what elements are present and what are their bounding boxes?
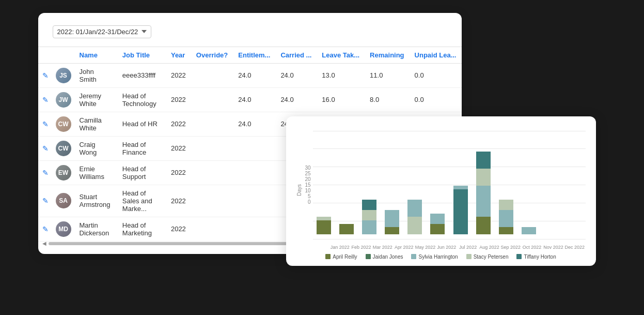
edit-cell[interactable]: ✎	[38, 160, 53, 185]
edit-icon[interactable]: ✎	[42, 144, 49, 153]
year-cell: 2022	[166, 136, 191, 160]
avatar-cell: SA	[53, 185, 74, 217]
avatar: SA	[56, 193, 71, 208]
year-select[interactable]: 2022: 01/Jan/22-31/Dec/22 2021: 01/Jan/2…	[53, 25, 151, 38]
edit-cell[interactable]: ✎	[38, 112, 53, 136]
bar-segment	[476, 152, 491, 169]
bar-stack	[339, 224, 354, 234]
col-entitlement: Entitlem...	[233, 47, 275, 63]
edit-icon[interactable]: ✎	[42, 197, 49, 205]
bar-segment	[522, 227, 536, 234]
bar-segment	[385, 227, 399, 234]
x-label: Jun 2022	[436, 245, 457, 250]
name-cell: Jeremy White	[74, 87, 117, 112]
legend-item: Jaidan Jones	[366, 254, 403, 260]
legend-label: Stacy Petersen	[474, 254, 509, 260]
avatar-cell: CW	[53, 112, 74, 136]
bar-group	[450, 131, 472, 234]
bar-segment	[407, 200, 422, 217]
bar-stack	[407, 200, 422, 234]
name-cell: Camilla White	[74, 112, 117, 136]
x-label: Oct 2022	[521, 245, 542, 250]
bar-group	[563, 131, 585, 234]
x-axis: Jan 2022Feb 2022Mar 2022Apr 2022May 2022…	[329, 245, 586, 250]
edit-cell[interactable]: ✎	[38, 63, 53, 87]
bar-segment	[476, 217, 491, 234]
legend-color	[466, 254, 472, 259]
bar-segment	[499, 210, 513, 227]
unpaid-cell: 0.0	[410, 87, 462, 112]
avatar: EW	[56, 165, 71, 181]
x-label: Dec 2022	[564, 245, 585, 250]
entitlement-cell: 24.0	[233, 112, 275, 136]
year-cell: 2022	[166, 217, 191, 241]
edit-cell[interactable]: ✎	[38, 87, 53, 112]
y-axis-label: Days	[296, 184, 302, 196]
year-cell: 2022	[166, 112, 191, 136]
bar-segment	[385, 210, 399, 227]
name-cell: Craig Wong	[74, 136, 117, 160]
entitlement-cell	[233, 217, 275, 241]
edit-icon[interactable]: ✎	[42, 96, 49, 104]
override-cell	[191, 112, 233, 136]
year-row: 2022: 01/Jan/22-31/Dec/22 2021: 01/Jan/2…	[49, 25, 451, 38]
edit-icon[interactable]: ✎	[42, 71, 49, 80]
avatar-cell: JW	[53, 87, 74, 112]
chart-body: Jan 2022Feb 2022Mar 2022Apr 2022May 2022…	[313, 131, 586, 250]
edit-icon[interactable]: ✎	[42, 225, 49, 233]
x-label: May 2022	[415, 245, 436, 250]
bar-stack	[385, 210, 399, 234]
bar-segment	[476, 169, 491, 186]
jobtitle-cell: Head of Support	[117, 160, 166, 185]
bar-segment	[430, 214, 445, 224]
bar-segment	[362, 220, 376, 234]
col-carried: Carried ...	[275, 47, 317, 63]
scroll-left-icon[interactable]: ◀	[42, 241, 46, 246]
bar-segment	[453, 186, 468, 189]
edit-icon[interactable]: ✎	[42, 120, 49, 128]
bar-group	[495, 131, 517, 234]
chart-legend: April Reilly Jaidan Jones Sylvia Harring…	[296, 254, 586, 260]
jobtitle-cell: eeee333ffff	[117, 63, 166, 87]
override-cell	[191, 160, 233, 185]
bar-group	[518, 131, 540, 234]
bar-stack	[453, 186, 468, 234]
col-leavetaken: Leave Tak...	[317, 47, 365, 63]
legend-item: April Reilly	[325, 254, 357, 260]
entitlement-cell	[233, 185, 275, 217]
bar-stack	[522, 227, 536, 234]
card-header: 2022: 01/Jan/22-31/Dec/22 2021: 01/Jan/2…	[38, 13, 462, 47]
remaining-cell: 8.0	[365, 87, 409, 112]
jobtitle-cell: Head of Marketing	[117, 217, 166, 241]
bar-group	[313, 131, 335, 234]
edit-cell[interactable]: ✎	[38, 185, 53, 217]
entitlement-cell: 24.0	[233, 87, 275, 112]
bar-segment	[407, 217, 422, 234]
legend-color	[325, 254, 331, 259]
bar-group	[381, 131, 403, 234]
edit-icon[interactable]: ✎	[42, 169, 49, 177]
x-label: Sep 2022	[500, 245, 521, 250]
bar-group	[427, 131, 448, 234]
name-cell: John Smith	[74, 63, 117, 87]
col-edit	[38, 47, 53, 63]
bar-segment	[362, 210, 376, 220]
avatar: CW	[56, 116, 71, 132]
jobtitle-cell: Head of Finance	[117, 136, 166, 160]
jobtitle-cell: Head of Technology	[117, 87, 166, 112]
remaining-cell: 11.0	[365, 63, 409, 87]
edit-cell[interactable]: ✎	[38, 136, 53, 160]
override-cell	[191, 217, 233, 241]
bar-segment	[453, 189, 468, 234]
bar-segment	[499, 200, 513, 210]
edit-cell[interactable]: ✎	[38, 217, 53, 241]
name-cell: Martin Dickerson	[74, 217, 117, 241]
bar-stack	[362, 200, 376, 234]
bar-stack	[430, 214, 445, 234]
avatar-cell: JS	[53, 63, 74, 87]
bars-container	[313, 131, 586, 245]
bar-segment	[362, 200, 376, 210]
bar-group	[541, 131, 562, 234]
override-cell	[191, 185, 233, 217]
avatar-cell: CW	[53, 136, 74, 160]
